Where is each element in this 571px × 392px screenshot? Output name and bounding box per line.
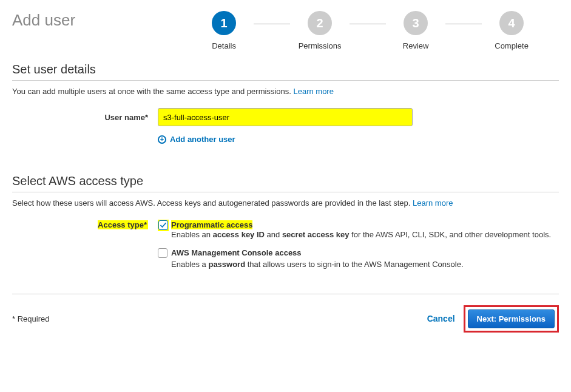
step-review: 3 Review bbox=[388, 11, 443, 50]
section-user-details-sub: You can add multiple users at once with … bbox=[12, 87, 559, 96]
step-permissions: 2 Permissions bbox=[292, 11, 347, 50]
access-type-label: Access type* bbox=[98, 220, 148, 229]
step-label: Permissions bbox=[299, 41, 342, 50]
wizard-steps: 1 Details 2 Permissions 3 Review 4 Compl… bbox=[197, 11, 539, 50]
console-access-title: AWS Management Console access bbox=[171, 248, 559, 257]
username-input[interactable] bbox=[158, 108, 413, 126]
username-label: User name* bbox=[12, 113, 158, 122]
section-access-sub: Select how these users will access AWS. … bbox=[12, 198, 559, 208]
footer: * Required Cancel Next: Permissions bbox=[12, 294, 559, 333]
programmatic-access-desc: Enables an access key ID and secret acce… bbox=[171, 229, 559, 241]
section-user-details-title: Set user details bbox=[12, 63, 559, 81]
step-number: 3 bbox=[404, 11, 428, 35]
page-title: Add user bbox=[12, 11, 75, 30]
step-number: 1 bbox=[212, 11, 236, 35]
next-permissions-button[interactable]: Next: Permissions bbox=[468, 309, 555, 328]
step-label: Review bbox=[403, 41, 429, 50]
required-star: * bbox=[145, 113, 148, 122]
step-number: 2 bbox=[308, 11, 332, 35]
add-another-user-label: Add another user bbox=[170, 135, 235, 144]
next-button-highlight: Next: Permissions bbox=[464, 305, 559, 333]
step-number: 4 bbox=[499, 11, 524, 35]
section-user-details-sub-text: You can add multiple users at once with … bbox=[12, 87, 293, 96]
step-connector bbox=[350, 24, 386, 24]
section-access-title: Select AWS access type bbox=[12, 174, 559, 192]
required-star: * bbox=[144, 220, 147, 229]
programmatic-access-checkbox[interactable] bbox=[158, 220, 168, 230]
learn-more-link[interactable]: Learn more bbox=[293, 87, 333, 96]
step-details: 1 Details bbox=[197, 11, 251, 50]
learn-more-link[interactable]: Learn more bbox=[413, 198, 453, 208]
step-label: Complete bbox=[495, 41, 529, 50]
add-another-user-link[interactable]: + Add another user bbox=[158, 135, 235, 144]
access-type-label-text: Access type bbox=[98, 220, 144, 229]
step-connector bbox=[445, 24, 482, 24]
programmatic-access-title: Programmatic access bbox=[171, 220, 559, 229]
console-access-checkbox[interactable] bbox=[158, 248, 167, 258]
step-complete: 4 Complete bbox=[484, 11, 539, 50]
section-access-sub-text: Select how these users will access AWS. … bbox=[12, 198, 413, 208]
required-note: * Required bbox=[12, 314, 49, 323]
step-label: Details bbox=[212, 41, 236, 50]
check-icon bbox=[160, 221, 167, 229]
console-access-desc: Enables a password that allows users to … bbox=[171, 259, 559, 271]
cancel-button[interactable]: Cancel bbox=[427, 314, 455, 323]
username-label-text: User name bbox=[104, 113, 144, 122]
step-connector bbox=[254, 24, 290, 24]
plus-icon: + bbox=[158, 135, 166, 144]
